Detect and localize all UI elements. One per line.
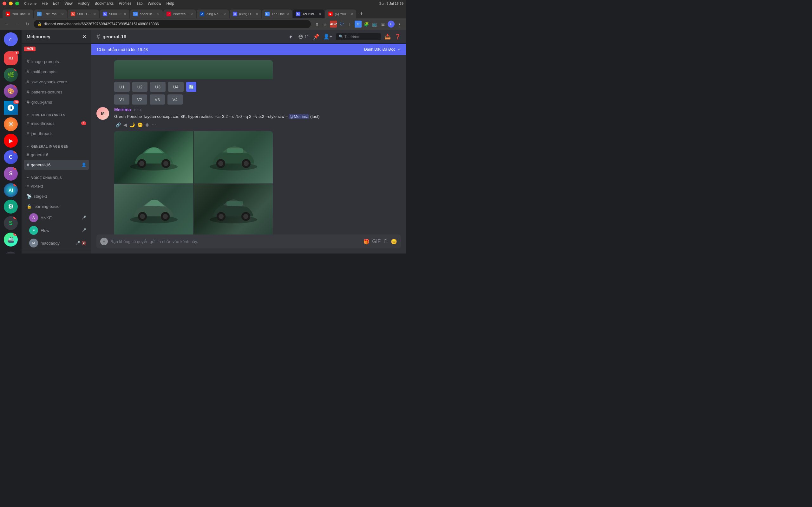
tab-zing[interactable]: Z Zing Ne... ✕ <box>197 9 229 18</box>
more-icon[interactable]: ⋮ <box>396 20 403 27</box>
menu-tab[interactable]: Tab <box>136 1 142 6</box>
channel-patterns[interactable]: # patterns-textures <box>24 87 89 97</box>
threads-icon[interactable] <box>289 33 294 40</box>
apps-icon[interactable]: ⋕ <box>145 122 149 127</box>
voice-user-flow[interactable]: F Flow 🎤 <box>24 224 89 237</box>
tab-close-500[interactable]: ✕ <box>93 12 96 16</box>
partial-v2-button[interactable]: V2 <box>132 95 147 105</box>
gift-icon[interactable]: 🎁 <box>363 239 369 245</box>
tab-close-889d[interactable]: ✕ <box>256 12 258 16</box>
gif-icon[interactable]: GIF <box>372 239 380 245</box>
menu-view[interactable]: View <box>64 1 72 6</box>
server-header[interactable]: Midjourney ✕ <box>21 30 91 44</box>
reload-button[interactable]: ↻ <box>23 20 31 28</box>
thread-channels-header[interactable]: ▼ THREAD CHANNELS <box>24 113 89 117</box>
server-icon-2[interactable]: 🎨 7 <box>4 84 18 98</box>
partial-u1-button[interactable]: U1 <box>114 82 130 92</box>
server-icon-mj[interactable]: 20 <box>4 101 18 115</box>
voice-user-macdaddy[interactable]: M macdaddy 🎤 🔇 <box>24 237 89 249</box>
tab-thedoc[interactable]: D The Doc ✕ <box>262 9 293 18</box>
forward-button[interactable]: → <box>13 20 21 28</box>
help-icon[interactable]: ❓ <box>395 33 401 40</box>
menu-file[interactable]: File <box>42 1 48 6</box>
server-icon-8[interactable]: S 27 <box>4 216 18 230</box>
channel-general-6[interactable]: # general-6 <box>24 150 89 160</box>
profile-icon[interactable]: U <box>388 20 395 27</box>
share-icon[interactable]: ⬆ <box>313 20 320 27</box>
server-icon-6[interactable]: S 10 <box>4 167 18 181</box>
server-icon-4[interactable]: ▶ <box>4 134 18 148</box>
reply-icon[interactable]: ◀ <box>123 122 127 127</box>
voice-learning-basic[interactable]: 🔒 learning-basic <box>24 201 89 211</box>
menu-bookmarks[interactable]: Bookmarks <box>95 1 113 6</box>
channel-image-prompts[interactable]: # image-prompts <box>24 56 89 66</box>
fullscreen-button[interactable] <box>15 2 19 5</box>
split-icon[interactable]: ⊟ <box>379 20 386 27</box>
voice-channels-header[interactable]: ▼ VOICE CHANNELS <box>24 176 89 180</box>
translate-icon[interactable]: T <box>346 20 353 27</box>
search-box[interactable]: 🔍 Tìm kiếm <box>336 33 380 40</box>
new-tab-button[interactable]: + <box>357 9 366 18</box>
voice-vc-text[interactable]: # vc-text <box>24 181 89 191</box>
tab-youtube[interactable]: ▶ YouTube ✕ <box>3 9 33 18</box>
adblock-icon[interactable]: ABP <box>330 20 337 27</box>
menu-window[interactable]: Window <box>148 1 161 6</box>
close-button[interactable] <box>3 2 6 5</box>
server-icon-5[interactable]: C 11 <box>4 150 18 164</box>
back-button[interactable]: ← <box>3 20 11 28</box>
emoji-icon[interactable]: 😊 <box>137 122 143 127</box>
channel-xwave[interactable]: # xwave-ypunk-zcore <box>24 77 89 87</box>
tab-close-edit[interactable]: ✕ <box>61 12 64 16</box>
channel-multi-prompts[interactable]: # multi-prompts <box>24 66 89 77</box>
channel-jam-threads[interactable]: # jam-threads <box>24 128 89 138</box>
partial-u4-button[interactable]: U4 <box>168 82 184 92</box>
server-icon-1[interactable]: 🌿 2 <box>4 68 18 82</box>
partial-refresh-button[interactable]: 🔄 <box>186 82 196 92</box>
add-attachment-button[interactable]: + <box>100 238 108 245</box>
partial-v1-button[interactable]: V1 <box>114 95 130 105</box>
channel-group-jams[interactable]: # group-jams <box>24 97 89 107</box>
link-icon[interactable]: 🔗 <box>115 122 121 127</box>
partial-u2-button[interactable]: U2 <box>132 82 148 92</box>
server-icon-3[interactable]: ☀ <box>4 117 18 131</box>
tab-889d[interactable]: D (889) D... ✕ <box>230 9 261 18</box>
server-icon-0[interactable]: MJ 5 <box>4 51 18 65</box>
tab-edit[interactable]: E Edit Pos... ✕ <box>34 9 67 18</box>
channel-misc-threads[interactable]: # misc-threads 1 <box>24 118 89 128</box>
menu-edit[interactable]: Edit <box>53 1 59 6</box>
moon-icon[interactable]: 🌙 <box>130 122 135 127</box>
general-image-gen-header[interactable]: ▼ GENERAL IMAGE GEN <box>24 145 89 148</box>
tab-close-yt[interactable]: ✕ <box>28 12 30 16</box>
tab-close-coder[interactable]: ✕ <box>157 12 159 16</box>
voice-stage-1[interactable]: 📡 stage-1 <box>24 191 89 201</box>
bookmark-icon[interactable]: ☆ <box>322 20 328 27</box>
home-button[interactable]: ⌂ <box>4 32 18 46</box>
inbox-icon[interactable]: 📥 <box>385 33 391 40</box>
tab-close-zing[interactable]: ✕ <box>223 12 226 16</box>
server-icon-9[interactable]: 🚢 10 <box>4 233 18 246</box>
minimize-button[interactable] <box>9 2 13 5</box>
add-member-icon[interactable]: 👤+ <box>323 33 333 40</box>
google-icon[interactable]: G <box>355 20 362 27</box>
cast-icon[interactable]: 📺 <box>371 20 378 27</box>
channel-general-16[interactable]: # general-16 👤 <box>24 160 89 170</box>
tab-500[interactable]: 5 500+ C... ✕ <box>67 9 99 18</box>
notification-action[interactable]: Đánh Dấu Đã Đọc ✓ <box>364 47 401 52</box>
tab-close-5000[interactable]: ✕ <box>124 12 126 16</box>
tab-close-yourmj[interactable]: ✕ <box>319 12 321 16</box>
tab-close-youtube2[interactable]: ✕ <box>351 12 353 16</box>
extension-icon[interactable]: 🧩 <box>363 20 370 27</box>
menu-profiles[interactable]: Profiles <box>119 1 131 6</box>
tab-coder[interactable]: G coder in... ✕ <box>130 9 162 18</box>
menu-help[interactable]: Help <box>166 1 174 6</box>
address-bar[interactable]: 🔒 discord.com/channels/66226797698429747… <box>34 20 311 28</box>
voice-user-anke[interactable]: A ANKE 🎤 <box>24 211 89 224</box>
tab-pinterest[interactable]: P Pinteres... ✕ <box>163 9 196 18</box>
tab-yourmj[interactable]: M Your Mi... ✕ <box>293 9 324 18</box>
chat-messages[interactable]: U1 U2 U3 U4 🔄 V1 V2 V3 V4 <box>91 55 406 234</box>
tab-close-pinterest[interactable]: ✕ <box>190 12 193 16</box>
tab-5000[interactable]: 5 5000+... ✕ <box>100 9 130 18</box>
partial-v3-button[interactable]: V3 <box>150 95 165 105</box>
tab-youtube2[interactable]: ▶ (6) You... ✕ <box>325 9 356 18</box>
partial-u3-button[interactable]: U3 <box>150 82 165 92</box>
